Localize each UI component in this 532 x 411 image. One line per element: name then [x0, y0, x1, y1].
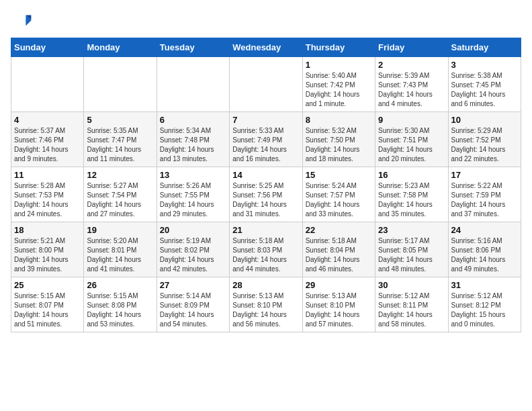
day-cell: 20Sunrise: 5:19 AM Sunset: 8:02 PM Dayli…: [157, 222, 229, 277]
week-row-5: 25Sunrise: 5:15 AM Sunset: 8:07 PM Dayli…: [11, 277, 521, 332]
day-number: 20: [160, 225, 226, 235]
day-number: 5: [87, 115, 153, 125]
day-info: Sunrise: 5:23 AM Sunset: 7:58 PM Dayligh…: [378, 181, 445, 219]
day-number: 4: [14, 115, 81, 125]
day-cell: 28Sunrise: 5:13 AM Sunset: 8:10 PM Dayli…: [230, 277, 302, 332]
day-number: 7: [232, 115, 299, 125]
day-cell: 22Sunrise: 5:18 AM Sunset: 8:04 PM Dayli…: [302, 222, 375, 277]
day-info: Sunrise: 5:18 AM Sunset: 8:03 PM Dayligh…: [232, 236, 299, 274]
day-header-friday: Friday: [375, 38, 448, 57]
day-number: 14: [232, 170, 299, 180]
day-info: Sunrise: 5:22 AM Sunset: 7:59 PM Dayligh…: [451, 181, 518, 219]
day-number: 24: [451, 225, 518, 235]
day-header-tuesday: Tuesday: [157, 38, 229, 57]
day-info: Sunrise: 5:28 AM Sunset: 7:53 PM Dayligh…: [14, 181, 81, 219]
day-info: Sunrise: 5:37 AM Sunset: 7:46 PM Dayligh…: [14, 126, 81, 164]
day-cell: 4Sunrise: 5:37 AM Sunset: 7:46 PM Daylig…: [11, 112, 84, 167]
day-number: 27: [160, 280, 226, 290]
day-cell: 5Sunrise: 5:35 AM Sunset: 7:47 PM Daylig…: [84, 112, 157, 167]
day-info: Sunrise: 5:12 AM Sunset: 8:12 PM Dayligh…: [451, 291, 518, 329]
day-cell: [157, 57, 229, 112]
day-info: Sunrise: 5:13 AM Sunset: 8:10 PM Dayligh…: [306, 291, 372, 329]
day-number: 23: [378, 225, 445, 235]
day-number: 15: [306, 170, 372, 180]
day-number: 1: [306, 60, 372, 70]
day-cell: 11Sunrise: 5:28 AM Sunset: 7:53 PM Dayli…: [11, 167, 84, 222]
day-number: 31: [451, 280, 518, 290]
calendar-table: SundayMondayTuesdayWednesdayThursdayFrid…: [11, 38, 521, 332]
day-header-wednesday: Wednesday: [230, 38, 302, 57]
day-cell: 2Sunrise: 5:39 AM Sunset: 7:43 PM Daylig…: [375, 57, 448, 112]
day-cell: 18Sunrise: 5:21 AM Sunset: 8:00 PM Dayli…: [11, 222, 84, 277]
day-number: 13: [160, 170, 226, 180]
day-cell: 21Sunrise: 5:18 AM Sunset: 8:03 PM Dayli…: [230, 222, 302, 277]
day-info: Sunrise: 5:19 AM Sunset: 8:02 PM Dayligh…: [160, 236, 226, 274]
day-cell: 8Sunrise: 5:32 AM Sunset: 7:50 PM Daylig…: [302, 112, 375, 167]
day-cell: 13Sunrise: 5:26 AM Sunset: 7:55 PM Dayli…: [157, 167, 229, 222]
day-cell: 31Sunrise: 5:12 AM Sunset: 8:12 PM Dayli…: [448, 277, 521, 332]
day-info: Sunrise: 5:33 AM Sunset: 7:49 PM Dayligh…: [232, 126, 299, 164]
day-cell: [230, 57, 302, 112]
day-info: Sunrise: 5:16 AM Sunset: 8:06 PM Dayligh…: [451, 236, 518, 274]
day-number: 30: [378, 280, 445, 290]
day-cell: 27Sunrise: 5:14 AM Sunset: 8:09 PM Dayli…: [157, 277, 229, 332]
day-info: Sunrise: 5:34 AM Sunset: 7:48 PM Dayligh…: [160, 126, 226, 164]
week-row-4: 18Sunrise: 5:21 AM Sunset: 8:00 PM Dayli…: [11, 222, 521, 277]
day-cell: 1Sunrise: 5:40 AM Sunset: 7:42 PM Daylig…: [302, 57, 375, 112]
day-cell: 14Sunrise: 5:25 AM Sunset: 7:56 PM Dayli…: [230, 167, 302, 222]
day-number: 19: [87, 225, 153, 235]
day-cell: 7Sunrise: 5:33 AM Sunset: 7:49 PM Daylig…: [230, 112, 302, 167]
day-cell: 16Sunrise: 5:23 AM Sunset: 7:58 PM Dayli…: [375, 167, 448, 222]
logo: [11, 11, 35, 32]
day-cell: 6Sunrise: 5:34 AM Sunset: 7:48 PM Daylig…: [157, 112, 229, 167]
day-header-saturday: Saturday: [448, 38, 521, 57]
day-number: 8: [306, 115, 372, 125]
day-number: 10: [451, 115, 518, 125]
header: [11, 11, 521, 32]
day-cell: 19Sunrise: 5:20 AM Sunset: 8:01 PM Dayli…: [84, 222, 157, 277]
day-cell: 25Sunrise: 5:15 AM Sunset: 8:07 PM Dayli…: [11, 277, 84, 332]
day-info: Sunrise: 5:14 AM Sunset: 8:09 PM Dayligh…: [160, 291, 226, 329]
day-info: Sunrise: 5:39 AM Sunset: 7:43 PM Dayligh…: [378, 71, 445, 109]
day-info: Sunrise: 5:12 AM Sunset: 8:11 PM Dayligh…: [378, 291, 445, 329]
day-cell: 9Sunrise: 5:30 AM Sunset: 7:51 PM Daylig…: [375, 112, 448, 167]
day-number: 3: [451, 60, 518, 70]
day-cell: 3Sunrise: 5:38 AM Sunset: 7:45 PM Daylig…: [448, 57, 521, 112]
day-cell: 15Sunrise: 5:24 AM Sunset: 7:57 PM Dayli…: [302, 167, 375, 222]
day-number: 16: [378, 170, 445, 180]
day-header-monday: Monday: [84, 38, 157, 57]
day-cell: 17Sunrise: 5:22 AM Sunset: 7:59 PM Dayli…: [448, 167, 521, 222]
day-number: 26: [87, 280, 153, 290]
day-cell: [11, 57, 84, 112]
week-row-1: 1Sunrise: 5:40 AM Sunset: 7:42 PM Daylig…: [11, 57, 521, 112]
day-cell: 29Sunrise: 5:13 AM Sunset: 8:10 PM Dayli…: [302, 277, 375, 332]
day-info: Sunrise: 5:25 AM Sunset: 7:56 PM Dayligh…: [232, 181, 299, 219]
day-number: 28: [232, 280, 299, 290]
day-info: Sunrise: 5:15 AM Sunset: 8:08 PM Dayligh…: [87, 291, 153, 329]
day-info: Sunrise: 5:30 AM Sunset: 7:51 PM Dayligh…: [378, 126, 445, 164]
day-cell: 26Sunrise: 5:15 AM Sunset: 8:08 PM Dayli…: [84, 277, 157, 332]
day-cell: 10Sunrise: 5:29 AM Sunset: 7:52 PM Dayli…: [448, 112, 521, 167]
day-info: Sunrise: 5:29 AM Sunset: 7:52 PM Dayligh…: [451, 126, 518, 164]
day-info: Sunrise: 5:24 AM Sunset: 7:57 PM Dayligh…: [306, 181, 372, 219]
day-cell: 12Sunrise: 5:27 AM Sunset: 7:54 PM Dayli…: [84, 167, 157, 222]
week-row-2: 4Sunrise: 5:37 AM Sunset: 7:46 PM Daylig…: [11, 112, 521, 167]
day-number: 22: [306, 225, 372, 235]
day-info: Sunrise: 5:32 AM Sunset: 7:50 PM Dayligh…: [306, 126, 372, 164]
day-info: Sunrise: 5:18 AM Sunset: 8:04 PM Dayligh…: [306, 236, 372, 274]
day-number: 18: [14, 225, 81, 235]
day-number: 12: [87, 170, 153, 180]
day-info: Sunrise: 5:38 AM Sunset: 7:45 PM Dayligh…: [451, 71, 518, 109]
day-number: 25: [14, 280, 81, 290]
day-number: 11: [14, 170, 81, 180]
day-number: 21: [232, 225, 299, 235]
day-info: Sunrise: 5:35 AM Sunset: 7:47 PM Dayligh…: [87, 126, 153, 164]
day-info: Sunrise: 5:15 AM Sunset: 8:07 PM Dayligh…: [14, 291, 81, 329]
day-info: Sunrise: 5:21 AM Sunset: 8:00 PM Dayligh…: [14, 236, 81, 274]
day-cell: 30Sunrise: 5:12 AM Sunset: 8:11 PM Dayli…: [375, 277, 448, 332]
day-number: 2: [378, 60, 445, 70]
day-info: Sunrise: 5:26 AM Sunset: 7:55 PM Dayligh…: [160, 181, 226, 219]
week-row-3: 11Sunrise: 5:28 AM Sunset: 7:53 PM Dayli…: [11, 167, 521, 222]
day-number: 29: [306, 280, 372, 290]
logo-icon: [11, 11, 32, 32]
